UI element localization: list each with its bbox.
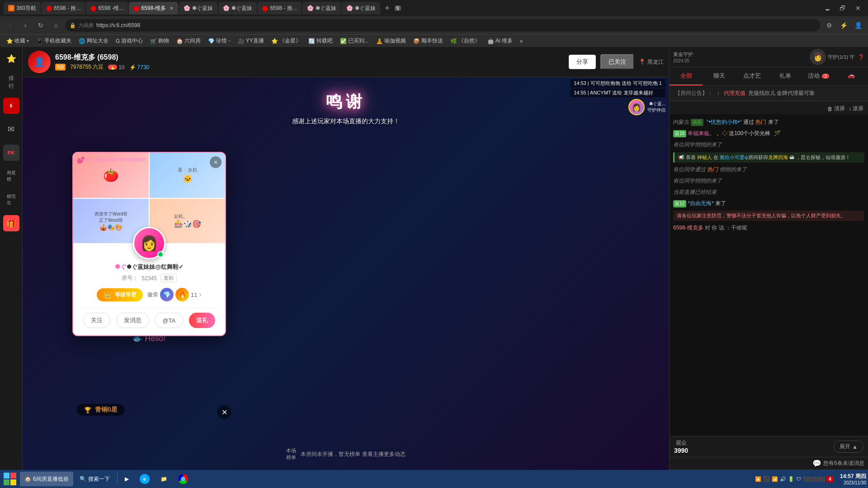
- at-action-button[interactable]: @TA: [155, 313, 183, 328]
- tray-wifi-icon[interactable]: 📶: [772, 476, 778, 482]
- copy-button[interactable]: 复制: [160, 274, 177, 282]
- tray-extra-icons: ⬛⬛⬛⬛: [803, 477, 825, 482]
- window-close[interactable]: ✕: [852, 2, 864, 14]
- tab-close-active[interactable]: ✕: [170, 5, 174, 11]
- protect-avatar[interactable]: 👩: [810, 49, 826, 65]
- tab-blue3[interactable]: 🌸 ✽ぐ蓝妹: [302, 2, 341, 14]
- nav-home[interactable]: ⌂: [50, 19, 62, 32]
- tab-blue1[interactable]: 🌸 ✽ぐ蓝妹: [179, 2, 217, 14]
- tab-6598-active[interactable]: ⬤ 6598-维多 ✕: [129, 2, 178, 14]
- taskbar-ie[interactable]: e: [135, 472, 154, 486]
- user-icon[interactable]: 👤: [852, 19, 864, 32]
- bookmark-mobile[interactable]: 📱 手机收藏夹: [33, 36, 74, 46]
- sidebar-model-icon[interactable]: 模范生: [3, 192, 19, 208]
- bookmark-more[interactable]: »: [517, 37, 526, 45]
- protect-question-icon[interactable]: ❓: [858, 54, 864, 60]
- nav-bar: ‹ › ↻ ⌂ 🔒 六间房 https://v.6.cn/6598 ⚙ ⚡ 👤: [0, 16, 868, 34]
- tab-car[interactable]: 🚗: [835, 67, 868, 85]
- expand-button[interactable]: 展开 ▲: [834, 441, 863, 453]
- taskbar-folder[interactable]: 📁: [156, 472, 172, 486]
- notification-count[interactable]: 4: [826, 476, 834, 482]
- bookmark-shop[interactable]: 🛒 购物: [147, 36, 172, 46]
- tray-usb-icon[interactable]: ⬛: [763, 476, 770, 482]
- nav-back[interactable]: ‹: [4, 19, 16, 32]
- guardian-avatar-1[interactable]: 👩: [628, 99, 645, 115]
- msg1-badge: 萌新: [691, 119, 703, 126]
- streamer-avatar[interactable]: 👤: [28, 51, 51, 73]
- lightning-icon[interactable]: ⚡: [837, 19, 850, 32]
- popup-username-star: ✽ぐ: [115, 263, 127, 270]
- tab-blue2[interactable]: 🌸 ✽ぐ蓝妹: [218, 2, 257, 14]
- taskbar-item-1[interactable]: 🏠 6间房直播低俗: [20, 472, 73, 486]
- rank-tab-label: 本场榜单: [286, 447, 296, 461]
- globe-icon: 🌐: [79, 38, 85, 44]
- popup-close-button[interactable]: ×: [210, 156, 222, 168]
- bookmark-jinxing[interactable]: ⭐ 《金星》: [269, 36, 304, 46]
- clear-screen-button[interactable]: 🗑 清屏: [827, 105, 845, 113]
- chat-bubble-icon[interactable]: 💬: [812, 459, 821, 468]
- bookmark-nature[interactable]: 🌿 《自然》: [448, 36, 483, 46]
- address-bar[interactable]: 🔒 六间房 https://v.6.cn/6598: [65, 19, 820, 32]
- settings-icon[interactable]: ⚙: [823, 19, 835, 32]
- badge-arrow-icon[interactable]: ›: [199, 291, 202, 299]
- sidebar-mail-icon[interactable]: ✉: [3, 121, 19, 137]
- tab-add-button[interactable]: +: [381, 2, 394, 14]
- tab-6598-3[interactable]: ⬤ 6598 - 推...: [258, 2, 301, 14]
- rank-close-button[interactable]: ✕: [217, 405, 231, 419]
- start-button[interactable]: [2, 471, 18, 487]
- scroll-screen-button[interactable]: ↕ 滚屏: [849, 105, 863, 113]
- window-maximize[interactable]: 🗗: [836, 2, 849, 14]
- badge-icon-2: 🔥: [175, 288, 189, 301]
- taskbar-search[interactable]: 🔍 搜索一下: [75, 472, 114, 486]
- bookmark-favorites[interactable]: ⭐ 收藏 ▾: [4, 36, 32, 46]
- nav-forward[interactable]: ›: [19, 19, 32, 32]
- tab-gifts[interactable]: 礼单: [769, 67, 802, 85]
- sidebar-home-icon[interactable]: ⭐: [3, 51, 19, 67]
- sidebar-rank-icon[interactable]: 排行: [3, 74, 19, 90]
- tab-chat[interactable]: 聊天: [703, 67, 736, 85]
- header-right: 分享 已关注 📍 黑龙江: [569, 54, 664, 70]
- bookmark-liujianfang[interactable]: 🏠 六间房: [174, 36, 203, 46]
- bookmark-ai[interactable]: 🤖 Ai 维多: [485, 36, 515, 46]
- bookmark-shunfeng[interactable]: 📦 顺丰快送: [410, 36, 446, 46]
- message-9: 请各位玩家注意防范，警惕不法分子冒充他人诈骗，以免个人财产受到损失。: [673, 211, 864, 221]
- tab-talent[interactable]: 点才艺: [736, 67, 769, 85]
- bookmark-games[interactable]: G 游戏中心: [113, 36, 146, 46]
- nav-refresh[interactable]: ↻: [34, 19, 47, 32]
- tray-shield-icon[interactable]: 🛡: [796, 476, 801, 482]
- tray-sound-icon[interactable]: 🔊: [780, 476, 786, 482]
- tray-up-icon[interactable]: 🔼: [755, 476, 761, 482]
- gift-action-button[interactable]: 送礼: [189, 313, 215, 328]
- follow-action-button[interactable]: 关注: [83, 313, 110, 328]
- window-minimize[interactable]: 🗕: [821, 2, 834, 14]
- level-badge-btn[interactable]: 👑 等级帝君: [97, 288, 143, 301]
- bookmark-repost[interactable]: 🔄 转载吧: [306, 36, 335, 46]
- bookmark-allsites[interactable]: 🌐 网址大全: [76, 36, 111, 46]
- bookmark-zhenhui[interactable]: 💎 珍惜 -: [205, 36, 233, 46]
- bookmark-yoga[interactable]: 🧘 瑜伽视频: [373, 36, 409, 46]
- tab-blue4[interactable]: 🌸 ✽ぐ蓝妹: [342, 2, 380, 14]
- tray-power-icon[interactable]: 🔋: [788, 476, 794, 482]
- bookmark-yy[interactable]: 🎥 YY直播: [235, 36, 267, 46]
- sidebar-pk-icon[interactable]: PK: [3, 145, 19, 161]
- share-button[interactable]: 分享: [569, 55, 596, 69]
- expand-chevron-icon: ▲: [852, 444, 858, 450]
- tab-all[interactable]: 全部: [670, 67, 703, 85]
- msg9-text: 请各位玩家注意防范，警惕不法分子冒充他人诈骗，以免个人财产受到损失。: [677, 213, 846, 218]
- sidebar-live-icon[interactable]: 6: [3, 98, 19, 114]
- taskbar-media[interactable]: ▶: [120, 472, 133, 486]
- message-action-button[interactable]: 发消息: [116, 313, 149, 328]
- tab-6598-1[interactable]: ⬤ 6598 - 推...: [42, 2, 85, 14]
- ann-charge-link[interactable]: 代理充值: [724, 89, 745, 97]
- sidebar-star-icon[interactable]: 周星榜: [3, 168, 19, 184]
- sidebar-gift-icon[interactable]: 🎁: [3, 215, 19, 231]
- taskbar-chrome[interactable]: [174, 472, 193, 486]
- tab-activity[interactable]: 活动 3: [802, 67, 835, 85]
- tab-6598-2[interactable]: ⬤ 6598 -维...: [86, 2, 128, 14]
- tab-360[interactable]: 3 360导航: [4, 2, 41, 14]
- announcement-icon: 📢: [678, 155, 684, 160]
- bookmark-bought[interactable]: ✅ 已买到...: [337, 36, 372, 46]
- guardian-section: 👩 ✽ぐ蓝... 守护伴侣: [628, 99, 665, 115]
- protect-section: 👩 守护(1/1) 守 ❓: [810, 49, 864, 65]
- follow-button[interactable]: 已关注: [600, 54, 634, 70]
